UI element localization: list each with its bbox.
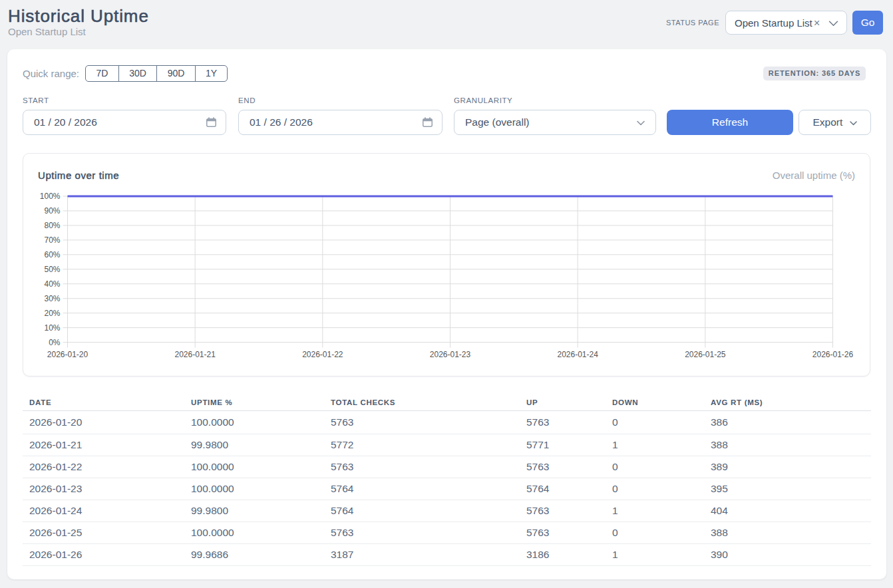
svg-text:100%: 100%	[40, 192, 61, 201]
svg-text:2026-01-24: 2026-01-24	[557, 350, 598, 359]
svg-text:2026-01-22: 2026-01-22	[302, 350, 343, 359]
svg-text:90%: 90%	[44, 206, 60, 216]
svg-text:2026-01-20: 2026-01-20	[47, 350, 89, 359]
svg-text:2026-01-26: 2026-01-26	[812, 350, 854, 359]
svg-text:2026-01-23: 2026-01-23	[430, 350, 471, 359]
svg-text:40%: 40%	[44, 279, 60, 289]
svg-text:0%: 0%	[49, 338, 61, 347]
svg-text:80%: 80%	[44, 221, 60, 230]
svg-text:20%: 20%	[44, 309, 60, 318]
svg-text:70%: 70%	[44, 235, 60, 245]
svg-text:60%: 60%	[44, 250, 60, 259]
svg-text:10%: 10%	[44, 323, 60, 333]
svg-text:30%: 30%	[44, 294, 60, 303]
svg-text:2026-01-21: 2026-01-21	[174, 350, 216, 359]
svg-text:2026-01-25: 2026-01-25	[685, 350, 726, 359]
svg-text:50%: 50%	[44, 265, 60, 274]
